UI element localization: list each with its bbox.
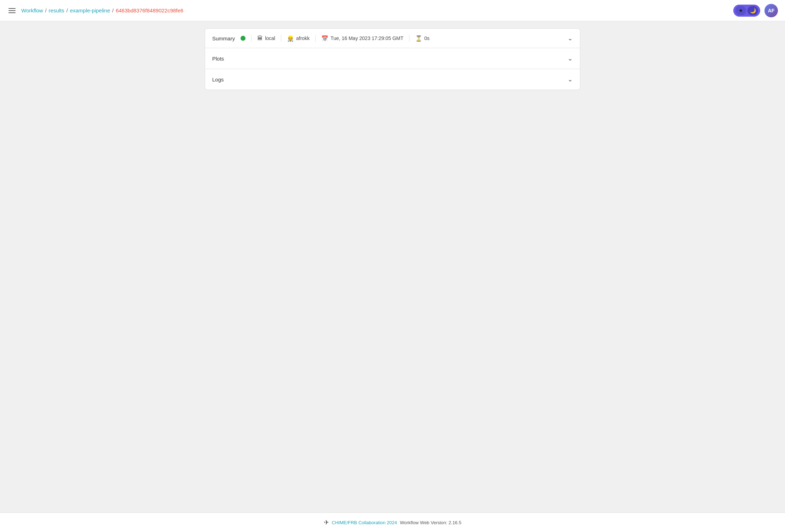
- navbar: Workflow / results / example-pipeline / …: [0, 0, 785, 21]
- avatar[interactable]: AF: [764, 4, 778, 17]
- breadcrumb-workflow-link[interactable]: Workflow: [21, 7, 43, 13]
- summary-divider-2: [281, 35, 281, 42]
- location-icon: 🏛: [257, 35, 263, 41]
- duration-icon: ⏳: [415, 35, 422, 42]
- navbar-left: Workflow / results / example-pipeline / …: [7, 7, 183, 15]
- status-dot: [241, 36, 245, 41]
- result-card: Summary 🏛 local 👷 afrokk 📅: [205, 28, 580, 90]
- moon-icon: 🌙: [750, 8, 756, 13]
- summary-location: 🏛 local: [257, 35, 275, 41]
- breadcrumb-sep-2: /: [66, 8, 68, 13]
- theme-dark-option[interactable]: 🌙: [747, 6, 758, 15]
- summary-label: Summary: [212, 35, 235, 41]
- summary-divider-3: [315, 35, 316, 42]
- main-content: Summary 🏛 local 👷 afrokk 📅: [198, 21, 587, 513]
- breadcrumb-sep-3: /: [112, 8, 114, 13]
- summary-left: Summary 🏛 local 👷 afrokk 📅: [212, 35, 430, 42]
- theme-light-option[interactable]: ☀: [735, 6, 746, 15]
- summary-user: 👷 afrokk: [287, 35, 310, 42]
- breadcrumb: Workflow / results / example-pipeline / …: [21, 7, 183, 13]
- logs-header[interactable]: Logs ⌄: [205, 69, 580, 90]
- plots-section: Plots ⌄: [205, 48, 580, 69]
- breadcrumb-hash: 6463bd8376f8489022c98fe6: [116, 7, 183, 13]
- breadcrumb-pipeline-link[interactable]: example-pipeline: [70, 7, 110, 13]
- avatar-initials: AF: [768, 8, 775, 13]
- summary-section: Summary 🏛 local 👷 afrokk 📅: [205, 29, 580, 48]
- summary-divider-4: [409, 35, 410, 42]
- plots-header[interactable]: Plots ⌄: [205, 48, 580, 69]
- summary-header: Summary 🏛 local 👷 afrokk 📅: [205, 29, 580, 48]
- summary-divider-1: [251, 35, 252, 42]
- plots-label: Plots: [212, 56, 224, 62]
- duration-label: 0s: [424, 35, 430, 41]
- sun-icon: ☀: [739, 8, 743, 13]
- navbar-right: ☀ 🌙 AF: [733, 4, 778, 17]
- summary-chevron-icon[interactable]: ⌄: [567, 34, 573, 42]
- footer-logo-icon: ✈: [324, 519, 329, 526]
- footer: ✈ CHIME/FRB Collaboration 2024 Workflow …: [0, 513, 785, 532]
- plots-chevron-icon[interactable]: ⌄: [567, 55, 573, 62]
- user-icon: 👷: [287, 35, 294, 42]
- user-label: afrokk: [296, 35, 310, 41]
- summary-date: 📅 Tue, 16 May 2023 17:29:05 GMT: [321, 35, 403, 42]
- breadcrumb-results-link[interactable]: results: [49, 7, 64, 13]
- date-label: Tue, 16 May 2023 17:29:05 GMT: [331, 35, 403, 41]
- theme-toggle-button[interactable]: ☀ 🌙: [733, 5, 760, 17]
- breadcrumb-sep-1: /: [45, 8, 46, 13]
- date-icon: 📅: [321, 35, 328, 42]
- summary-duration: ⏳ 0s: [415, 35, 430, 42]
- hamburger-icon[interactable]: [7, 7, 17, 15]
- logs-chevron-icon[interactable]: ⌄: [567, 75, 573, 83]
- footer-collaboration-link[interactable]: CHIME/FRB Collaboration 2024: [332, 520, 397, 525]
- location-label: local: [265, 35, 275, 41]
- logs-label: Logs: [212, 77, 224, 83]
- footer-version: Workflow Web Version: 2.16.5: [400, 520, 462, 525]
- logs-section: Logs ⌄: [205, 69, 580, 90]
